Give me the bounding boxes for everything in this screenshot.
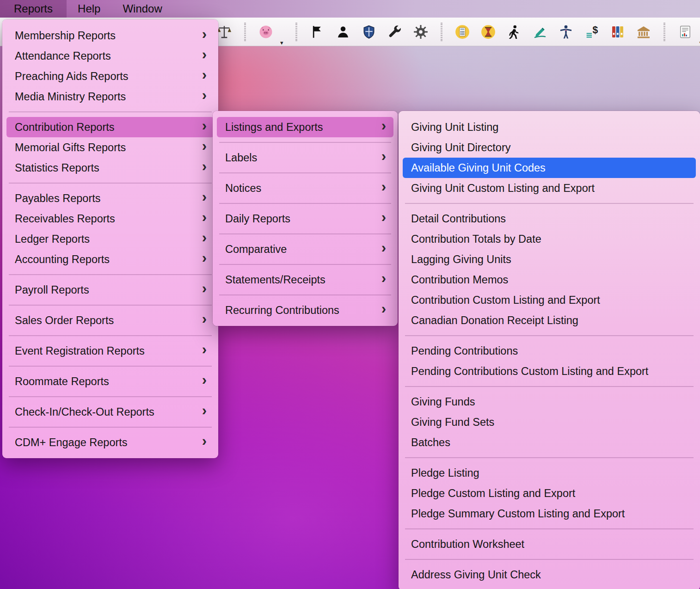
menu-item-listings-and-exports[interactable]: Listings and Exports: [217, 117, 393, 137]
calculator-icon[interactable]: [454, 24, 470, 40]
menu-item-payables-reports[interactable]: Payables Reports: [6, 188, 214, 209]
menu-item-lagging-giving-units[interactable]: Lagging Giving Units: [403, 249, 696, 270]
menu-item-contribution-reports[interactable]: Contribution Reports: [6, 117, 214, 137]
menu-item-pending-contributions[interactable]: Pending Contributions: [403, 341, 696, 361]
menubar-item-reports[interactable]: Reports: [0, 0, 67, 18]
menu-item-pledge-listing[interactable]: Pledge Listing: [403, 463, 696, 483]
menu-item-giving-unit-listing[interactable]: Giving Unit Listing: [403, 117, 696, 137]
menu-separator: [9, 366, 212, 367]
chevron-right-icon: [378, 181, 386, 196]
menu-item-label: Comparative: [225, 243, 378, 256]
gear-icon[interactable]: [413, 24, 429, 40]
chevron-right-icon: [198, 232, 207, 246]
chevron-right-icon: [198, 140, 207, 155]
menu-item-label: Giving Fund Sets: [411, 416, 688, 429]
menu-item-comparative[interactable]: Comparative: [217, 239, 393, 259]
dollar-sign-icon[interactable]: $: [584, 24, 600, 40]
chevron-right-icon: [198, 344, 207, 358]
piggy-bank-icon[interactable]: [258, 24, 274, 40]
svg-text:$: $: [592, 24, 598, 35]
menu-separator: [9, 274, 212, 275]
menu-item-preaching-aids-reports[interactable]: Preaching Aids Reports: [6, 66, 214, 86]
menu-item-attendance-reports[interactable]: Attendance Reports: [6, 46, 214, 66]
presenting-person-icon[interactable]: [558, 24, 574, 40]
chevron-right-icon: [378, 242, 386, 257]
signature-pen-icon[interactable]: [532, 24, 548, 40]
menu-item-batches[interactable]: Batches: [403, 432, 696, 453]
shield-icon[interactable]: [361, 24, 377, 40]
menu-separator: [219, 264, 391, 265]
menu-item-event-registration-reports[interactable]: Event Registration Reports: [6, 341, 214, 361]
menu-item-giving-fund-sets[interactable]: Giving Fund Sets: [403, 412, 696, 432]
binders-icon[interactable]: [610, 24, 626, 40]
menubar-item-help[interactable]: Help: [67, 0, 111, 18]
menu-item-label: Roommate Reports: [15, 375, 198, 388]
bank-icon[interactable]: [636, 24, 651, 40]
menu-item-media-ministry-reports[interactable]: Media Ministry Reports: [6, 86, 214, 107]
menu-item-label: Contribution Reports: [15, 121, 198, 134]
menu-item-label: Labels: [225, 152, 378, 164]
menu-item-label: Address Giving Unit Check: [411, 569, 688, 581]
scales-icon[interactable]: [216, 24, 232, 40]
menu-item-pending-contributions-custom-listing-export[interactable]: Pending Contributions Custom Listing and…: [403, 361, 696, 381]
menu-item-label: Giving Unit Directory: [411, 141, 688, 154]
menu-item-ledger-reports[interactable]: Ledger Reports: [6, 229, 214, 249]
menu-item-memorial-gifts-reports[interactable]: Memorial Gifts Reports: [6, 137, 214, 158]
menubar-item-window[interactable]: Window: [111, 0, 173, 18]
menu-item-label: Giving Funds: [411, 396, 688, 408]
flag-icon[interactable]: [309, 24, 325, 40]
menu-separator: [9, 305, 212, 306]
person-icon[interactable]: [335, 24, 351, 40]
menu-item-statistics-reports[interactable]: Statistics Reports: [6, 158, 214, 178]
menu-item-giving-funds[interactable]: Giving Funds: [403, 392, 696, 412]
hourglass-icon[interactable]: [480, 24, 496, 40]
menu-item-detail-contributions[interactable]: Detail Contributions: [403, 209, 696, 229]
menu-item-giving-unit-custom-listing-export[interactable]: Giving Unit Custom Listing and Export: [403, 178, 696, 198]
menu-item-label: Receivables Reports: [15, 213, 198, 225]
menu-item-label: Check-In/Check-Out Reports: [15, 406, 198, 418]
menu-item-statements-receipts[interactable]: Statements/Receipts: [217, 270, 393, 290]
menu-item-label: Giving Unit Listing: [411, 121, 688, 134]
menu-item-contribution-totals-by-date[interactable]: Contribution Totals by Date: [403, 229, 696, 249]
menu-item-canadian-donation-receipt-listing[interactable]: Canadian Donation Receipt Listing: [403, 310, 696, 331]
menu-separator: [405, 559, 694, 560]
menu-item-giving-unit-directory[interactable]: Giving Unit Directory: [403, 137, 696, 158]
menu-item-membership-reports[interactable]: Membership Reports: [6, 25, 214, 46]
menu-item-recurring-contributions[interactable]: Recurring Contributions: [217, 300, 393, 320]
menu-item-contribution-worksheet[interactable]: Contribution Worksheet: [403, 534, 696, 554]
wrench-icon[interactable]: [387, 24, 403, 40]
menu-item-daily-reports[interactable]: Daily Reports: [217, 209, 393, 229]
menu-item-pledge-custom-listing-export[interactable]: Pledge Custom Listing and Export: [403, 483, 696, 503]
menu-item-label: Giving Unit Custom Listing and Export: [411, 182, 688, 195]
menu-item-labels[interactable]: Labels: [217, 147, 393, 168]
menu-item-available-giving-unit-codes[interactable]: Available Giving Unit Codes: [403, 158, 696, 178]
menu-item-notices[interactable]: Notices: [217, 178, 393, 198]
chevron-right-icon: [198, 120, 207, 135]
menu-item-label: Pending Contributions: [411, 345, 688, 357]
listings-and-exports-submenu: Giving Unit Listing Giving Unit Director…: [399, 111, 700, 589]
menu-separator: [9, 335, 212, 336]
menu-item-address-giving-unit-check[interactable]: Address Giving Unit Check: [403, 564, 696, 585]
chevron-right-icon: [198, 435, 207, 450]
menu-item-contribution-memos[interactable]: Contribution Memos: [403, 270, 696, 290]
menu-item-pledge-summary-custom-listing-export[interactable]: Pledge Summary Custom Listing and Export: [403, 503, 696, 524]
menu-item-sales-order-reports[interactable]: Sales Order Reports: [6, 310, 214, 331]
menu-separator: [9, 111, 212, 112]
chevron-right-icon: [198, 374, 207, 389]
menu-separator: [405, 528, 694, 529]
walking-person-icon[interactable]: [506, 24, 522, 40]
menu-item-label: Pending Contributions Custom Listing and…: [411, 365, 688, 378]
report-document-icon[interactable]: [677, 24, 693, 40]
menu-separator: [219, 294, 391, 295]
menu-item-label: Batches: [411, 436, 688, 449]
menu-item-check-in-check-out-reports[interactable]: Check-In/Check-Out Reports: [6, 402, 214, 422]
menu-item-label: Lagging Giving Units: [411, 253, 688, 266]
menu-item-cdm-engage-reports[interactable]: CDM+ Engage Reports: [6, 432, 214, 453]
menu-item-payroll-reports[interactable]: Payroll Reports: [6, 280, 214, 300]
dropdown-caret-icon: ▾: [280, 40, 283, 46]
menu-item-roommate-reports[interactable]: Roommate Reports: [6, 371, 214, 392]
menu-item-accounting-reports[interactable]: Accounting Reports: [6, 249, 214, 270]
chevron-right-icon: [378, 120, 386, 135]
menu-item-contribution-custom-listing-export[interactable]: Contribution Custom Listing and Export: [403, 290, 696, 310]
menu-item-receivables-reports[interactable]: Receivables Reports: [6, 209, 214, 229]
